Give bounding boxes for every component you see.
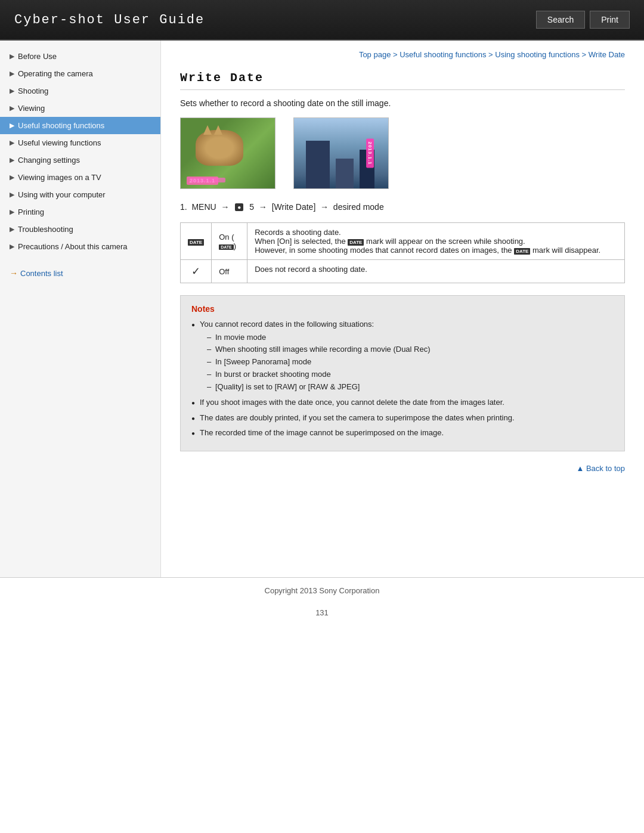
step-instruction: 1. MENU → ● 5 → [Write Date] → desired m… <box>180 202 625 212</box>
date-stamp-side: 2013.1.1 <box>366 138 374 168</box>
arrow-icon: ▶ <box>10 70 14 78</box>
sidebar-item-label: Useful shooting functions <box>18 121 104 130</box>
sidebar-item-viewing[interactable]: ▶ Viewing <box>0 100 160 117</box>
footer: Copyright 2013 Sony Corporation <box>0 577 644 603</box>
notes-list: You cannot record dates in the following… <box>191 318 614 439</box>
arrow-icon: ▶ <box>10 208 14 216</box>
sidebar-item-printing[interactable]: ▶ Printing <box>0 203 160 221</box>
sidebar-item-changing-settings[interactable]: ▶ Changing settings <box>0 151 160 169</box>
demo-image-building: 2013.1.1 <box>293 117 389 189</box>
list-item: [Quality] is set to [RAW] or [RAW & JPEG… <box>207 381 614 394</box>
sidebar-item-label: Before Use <box>18 52 57 61</box>
table-row: DATE On (DATE) Records a shooting date. … <box>181 223 625 260</box>
sidebar-item-label: Operating the camera <box>18 69 93 78</box>
breadcrumb: Top page > Useful shooting functions > U… <box>180 50 625 59</box>
on-mode-cell: On (DATE) <box>212 223 247 260</box>
demo-image-cat: 2013.1.1 <box>180 117 275 189</box>
breadcrumb-sep3: > <box>582 50 589 59</box>
copyright-text: Copyright 2013 Sony Corporation <box>265 586 380 595</box>
demo-images-row: 2013.1.1 2013.1.1 <box>180 117 625 189</box>
off-mode-cell: Off <box>212 260 247 283</box>
arrow-icon: ▶ <box>10 191 14 199</box>
arrow-icon: ▶ <box>10 52 14 60</box>
sidebar-item-useful-viewing[interactable]: ▶ Useful viewing functions <box>0 134 160 151</box>
header: Cyber-shot User Guide Search Print <box>0 0 644 41</box>
sidebar-item-label: Shooting <box>18 86 48 95</box>
page-description: Sets whether to record a shooting date o… <box>180 98 625 108</box>
list-item: In [Sweep Panorama] mode <box>207 356 614 368</box>
notes-title: Notes <box>191 304 614 314</box>
contents-list-label: Contents list <box>20 269 63 278</box>
note-text: You cannot record dates in the following… <box>200 320 374 329</box>
sidebar-item-label: Useful viewing functions <box>18 138 101 147</box>
back-to-top-row: Back to top <box>180 463 625 473</box>
page-number: 131 <box>0 603 644 627</box>
on-description-cell: Records a shooting date. When [On] is se… <box>247 223 625 260</box>
breadcrumb-using-shooting[interactable]: Using shooting functions <box>495 50 580 59</box>
off-icon-cell: ✓ <box>181 260 212 283</box>
inline-date-icon-2: DATE <box>514 248 530 255</box>
table-row: ✓ Off Does not record a shooting date. <box>181 260 625 283</box>
sidebar-item-label: Changing settings <box>18 156 80 165</box>
list-item: You cannot record dates in the following… <box>191 318 614 393</box>
header-buttons: Search Print <box>536 11 630 29</box>
breadcrumb-useful-shooting[interactable]: Useful shooting functions <box>400 50 486 59</box>
app-title: Cyber-shot User Guide <box>14 13 205 27</box>
sidebar-item-troubleshooting[interactable]: ▶ Troubleshooting <box>0 221 160 238</box>
sidebar: ▶ Before Use ▶ Operating the camera ▶ Sh… <box>0 41 161 577</box>
arrow-icon: ▶ <box>10 87 14 95</box>
list-item: The recorded time of the image cannot be… <box>191 427 614 439</box>
arrow-icon: ▶ <box>10 122 14 129</box>
breadcrumb-current: Write Date <box>589 50 625 59</box>
contents-list-arrow-icon: → <box>10 268 18 278</box>
breadcrumb-sep1: > <box>393 50 400 59</box>
sidebar-item-label: Viewing <box>18 104 45 113</box>
arrow-icon: ▶ <box>10 174 14 181</box>
search-button[interactable]: Search <box>536 11 585 29</box>
notes-section: Notes You cannot record dates in the fol… <box>180 295 625 451</box>
off-description-cell: Does not record a shooting date. <box>247 260 625 283</box>
step-text: 1. MENU → <box>180 202 231 212</box>
list-item: The dates are doubly printed, if you set… <box>191 412 614 424</box>
main-container: ▶ Before Use ▶ Operating the camera ▶ Sh… <box>0 41 644 577</box>
camera-menu-icon: ● <box>235 203 243 211</box>
sidebar-item-label: Viewing images on a TV <box>18 173 101 182</box>
arrow-icon: ▶ <box>10 139 14 147</box>
sidebar-item-label: Troubleshooting <box>18 225 73 234</box>
print-button[interactable]: Print <box>590 11 630 29</box>
list-item: When shooting still images while recordi… <box>207 343 614 356</box>
breadcrumb-sep2: > <box>488 50 495 59</box>
arrow-icon: ▶ <box>10 104 14 112</box>
back-to-top-link[interactable]: Back to top <box>576 464 625 473</box>
list-item: In movie mode <box>207 332 614 344</box>
date-stamp-on: 2013.1.1 <box>187 176 218 185</box>
page-title: Write Date <box>180 71 625 90</box>
arrow-icon: ▶ <box>10 225 14 233</box>
sidebar-item-operating-camera[interactable]: ▶ Operating the camera <box>0 65 160 82</box>
breadcrumb-top[interactable]: Top page <box>359 50 391 59</box>
settings-table: DATE On (DATE) Records a shooting date. … <box>180 222 625 283</box>
on-mode-date-icon: DATE <box>219 244 234 250</box>
list-item: If you shoot images with the date once, … <box>191 397 614 408</box>
date-icon: DATE <box>188 239 204 246</box>
sidebar-item-before-use[interactable]: ▶ Before Use <box>0 48 160 65</box>
sidebar-item-label: Precautions / About this camera <box>18 242 128 251</box>
sub-list: In movie mode When shooting still images… <box>200 332 614 394</box>
sidebar-item-shooting[interactable]: ▶ Shooting <box>0 82 160 100</box>
sidebar-item-useful-shooting[interactable]: ▶ Useful shooting functions <box>0 117 160 134</box>
on-icon-cell: DATE <box>181 223 212 260</box>
inline-date-icon-1: DATE <box>348 239 364 246</box>
sidebar-item-precautions[interactable]: ▶ Precautions / About this camera <box>0 238 160 255</box>
content-area: Top page > Useful shooting functions > U… <box>161 41 644 577</box>
arrow-icon: ▶ <box>10 156 14 164</box>
sidebar-item-computer[interactable]: ▶ Using with your computer <box>0 186 160 203</box>
sidebar-item-label: Printing <box>18 208 44 216</box>
step-text-2: 5 → [Write Date] → desired mode <box>247 202 383 212</box>
checkmark-icon: ✓ <box>191 265 200 277</box>
contents-list-link[interactable]: → Contents list <box>0 262 160 284</box>
sidebar-item-label: Using with your computer <box>18 190 106 199</box>
list-item: In burst or bracket shooting mode <box>207 368 614 381</box>
sidebar-item-viewing-tv[interactable]: ▶ Viewing images on a TV <box>0 169 160 186</box>
arrow-icon: ▶ <box>10 243 14 250</box>
